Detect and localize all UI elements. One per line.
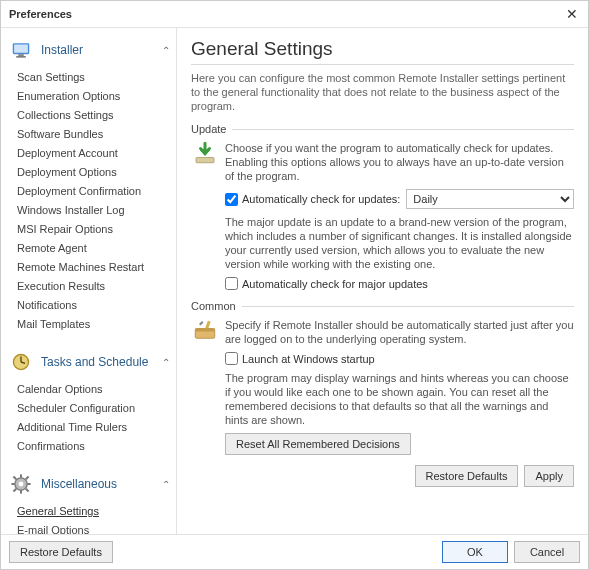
sidebar-item-additional-time-rulers[interactable]: Additional Time Rulers [15, 418, 176, 437]
auto-check-row: Automatically check for updates: Daily W… [225, 189, 574, 209]
group-intro-common: Specify if Remote Installer should be au… [225, 318, 574, 346]
restore-defaults-button[interactable]: Restore Defaults [415, 465, 519, 487]
ok-button[interactable]: OK [442, 541, 508, 563]
titlebar: Preferences ✕ [1, 1, 588, 28]
group-title-common: Common [191, 300, 574, 312]
sidebar-items-misc: General Settings E-mail Options Program … [1, 500, 176, 534]
sidebar-item-scheduler-configuration[interactable]: Scheduler Configuration [15, 399, 176, 418]
sidebar-header-tasks[interactable]: Tasks and Schedule ⌃ [1, 344, 176, 378]
sidebar-item-windows-installer-log[interactable]: Windows Installer Log [15, 201, 176, 220]
page-title: General Settings [191, 38, 574, 65]
launch-startup-label: Launch at Windows startup [242, 353, 375, 365]
sidebar-items-installer: Scan Settings Enumeration Options Collec… [1, 66, 176, 338]
auto-check-major-checkbox[interactable] [225, 277, 238, 290]
auto-major-row: Automatically check for major updates [225, 277, 574, 290]
close-icon[interactable]: ✕ [562, 6, 582, 22]
sidebar-item-enumeration-options[interactable]: Enumeration Options [15, 87, 176, 106]
group-intro-update: Choose if you want the program to automa… [225, 141, 574, 183]
sidebar-item-mail-templates[interactable]: Mail Templates [15, 315, 176, 334]
warnings-desc: The program may display warnings and hin… [225, 371, 574, 427]
sidebar-item-msi-repair-options[interactable]: MSI Repair Options [15, 220, 176, 239]
svg-rect-17 [196, 158, 214, 163]
svg-rect-1 [14, 45, 28, 53]
svg-rect-2 [18, 54, 24, 56]
tools-icon [193, 318, 217, 342]
sidebar-header-installer[interactable]: Installer ⌃ [1, 32, 176, 66]
divider [242, 306, 574, 307]
window-body: Installer ⌃ Scan Settings Enumeration Op… [1, 28, 588, 534]
footer: Restore Defaults OK Cancel [1, 535, 588, 569]
divider [232, 129, 574, 130]
sidebar-item-notifications[interactable]: Notifications [15, 296, 176, 315]
auto-check-updates-checkbox[interactable] [225, 193, 238, 206]
sidebar-section-misc: Miscellaneous ⌃ General Settings E-mail … [1, 466, 176, 534]
auto-check-updates-label: Automatically check for updates: [242, 193, 400, 205]
reset-decisions-button[interactable]: Reset All Remembered Decisions [225, 433, 411, 455]
sidebar-item-calendar-options[interactable]: Calendar Options [15, 380, 176, 399]
svg-line-16 [26, 476, 29, 479]
sidebar-item-software-bundles[interactable]: Software Bundles [15, 125, 176, 144]
sidebar-item-confirmations[interactable]: Confirmations [15, 437, 176, 456]
svg-rect-19 [195, 329, 215, 332]
clock-icon [9, 350, 33, 374]
sidebar-header-misc[interactable]: Miscellaneous ⌃ [1, 466, 176, 500]
update-interval-select[interactable]: Daily Weekly Monthly [406, 189, 574, 209]
chevron-up-icon: ⌃ [162, 45, 170, 56]
chevron-up-icon: ⌃ [162, 479, 170, 490]
preferences-window: Preferences ✕ Installer ⌃ Scan Settings … [0, 0, 589, 570]
svg-rect-20 [205, 321, 210, 329]
sidebar-section-installer: Installer ⌃ Scan Settings Enumeration Op… [1, 32, 176, 338]
svg-point-8 [19, 482, 24, 487]
download-icon [193, 141, 217, 165]
sidebar-restore-defaults-button[interactable]: Restore Defaults [9, 541, 113, 563]
group-title-label: Common [191, 300, 236, 312]
group-update: Update Choose if you want the program to… [191, 123, 574, 290]
launch-startup-checkbox[interactable] [225, 352, 238, 365]
gear-icon [9, 472, 33, 496]
main-panel: General Settings Here you can configure … [177, 28, 588, 534]
sidebar-items-tasks: Calendar Options Scheduler Configuration… [1, 378, 176, 460]
sidebar-section-tasks: Tasks and Schedule ⌃ Calendar Options Sc… [1, 344, 176, 460]
sidebar-item-execution-results[interactable]: Execution Results [15, 277, 176, 296]
svg-line-15 [13, 489, 16, 492]
apply-button[interactable]: Apply [524, 465, 574, 487]
svg-line-13 [13, 476, 16, 479]
sidebar-item-remote-machines-restart[interactable]: Remote Machines Restart [15, 258, 176, 277]
window-title: Preferences [9, 8, 72, 20]
sidebar-item-scan-settings[interactable]: Scan Settings [15, 68, 176, 87]
cancel-button[interactable]: Cancel [514, 541, 580, 563]
sidebar-item-collections-settings[interactable]: Collections Settings [15, 106, 176, 125]
sidebar-item-deployment-account[interactable]: Deployment Account [15, 144, 176, 163]
content: General Settings Here you can configure … [177, 28, 588, 534]
page-intro: Here you can configure the most common R… [191, 71, 574, 113]
sidebar-item-general-settings[interactable]: General Settings [15, 502, 176, 521]
group-title-label: Update [191, 123, 226, 135]
content-buttons: Restore Defaults Apply [191, 465, 574, 487]
sidebar-item-remote-agent[interactable]: Remote Agent [15, 239, 176, 258]
sidebar-item-email-options[interactable]: E-mail Options [15, 521, 176, 534]
sidebar-header-label: Miscellaneous [41, 477, 162, 491]
group-common: Common Specify if Remote Installer shoul… [191, 300, 574, 455]
group-title-update: Update [191, 123, 574, 135]
auto-check-major-label: Automatically check for major updates [242, 278, 428, 290]
sidebar-header-label: Installer [41, 43, 162, 57]
major-update-desc: The major update is an update to a brand… [225, 215, 574, 271]
chevron-up-icon: ⌃ [162, 357, 170, 368]
sidebar-header-label: Tasks and Schedule [41, 355, 162, 369]
sidebar: Installer ⌃ Scan Settings Enumeration Op… [1, 28, 177, 534]
sidebar-item-deployment-options[interactable]: Deployment Options [15, 163, 176, 182]
installer-icon [9, 38, 33, 62]
launch-startup-row: Launch at Windows startup [225, 352, 574, 365]
svg-rect-3 [16, 56, 26, 57]
sidebar-item-deployment-confirmation[interactable]: Deployment Confirmation [15, 182, 176, 201]
svg-line-14 [26, 489, 29, 492]
